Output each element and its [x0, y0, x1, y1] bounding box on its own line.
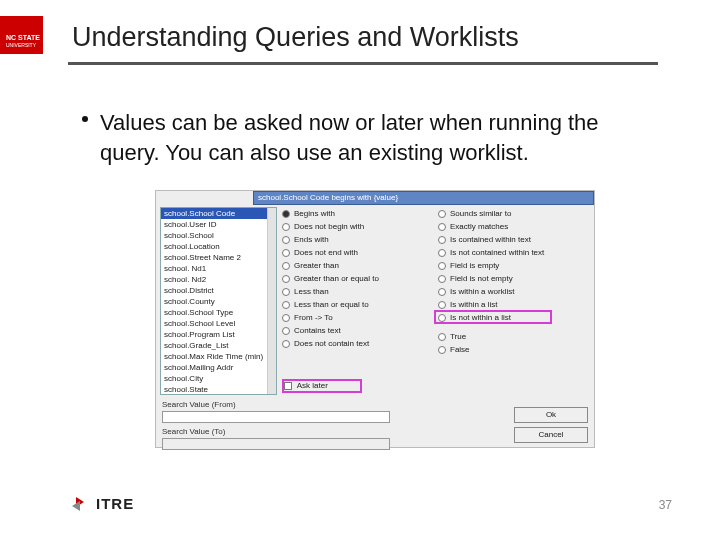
ncstate-top: NC STATE [6, 34, 40, 41]
radio-option[interactable]: Greater than or equal to [282, 272, 432, 285]
radio-label: True [450, 332, 466, 341]
condition-bar: school.School Code begins with {value} [253, 191, 594, 205]
radio-icon [282, 210, 290, 218]
footer-itre: ITRE [72, 494, 134, 512]
list-item[interactable]: school.Program List [161, 329, 276, 340]
radio-label: Sounds similar to [450, 209, 511, 218]
list-item[interactable]: school.Grade_List [161, 340, 276, 351]
ncstate-bottom: UNIVERSITY [6, 43, 36, 48]
bullet-text: Values can be asked now or later when ru… [100, 108, 660, 167]
list-item[interactable]: school. Nd2 [161, 274, 276, 285]
radio-icon [438, 262, 446, 270]
radio-option[interactable]: Does not begin with [282, 220, 432, 233]
search-from-label: Search Value (From) [162, 400, 236, 409]
radio-icon [282, 327, 290, 335]
list-item[interactable]: school.School Type [161, 307, 276, 318]
bullet-dot-icon [82, 116, 88, 122]
ask-later-checkbox[interactable] [284, 382, 292, 390]
list-item[interactable]: school.School [161, 230, 276, 241]
radio-icon [438, 346, 446, 354]
radio-label: Is not contained within text [450, 248, 544, 257]
radio-icon [438, 301, 446, 309]
cancel-button[interactable]: Cancel [514, 427, 588, 443]
itre-logo-icon [72, 494, 90, 512]
radio-label: Ends with [294, 235, 329, 244]
radio-label: Less than or equal to [294, 300, 369, 309]
ncstate-logo-block: NC STATE UNIVERSITY [0, 16, 43, 54]
slide-title: Understanding Queries and Worklists [72, 22, 519, 53]
radio-option[interactable]: Is within a worklist [438, 285, 588, 298]
radio-option[interactable]: Field is empty [438, 259, 588, 272]
radio-label: False [450, 345, 470, 354]
radio-label: From -> To [294, 313, 333, 322]
radio-icon [282, 288, 290, 296]
radio-option[interactable]: True [438, 330, 588, 343]
radio-icon [438, 210, 446, 218]
radio-icon [438, 288, 446, 296]
radio-option[interactable]: Greater than [282, 259, 432, 272]
search-to-input [162, 438, 390, 450]
radio-option[interactable]: Does not end with [282, 246, 432, 259]
radio-label: Does not end with [294, 248, 358, 257]
list-item[interactable]: school.School Level [161, 318, 276, 329]
radio-icon [438, 333, 446, 341]
radio-option[interactable]: Less than [282, 285, 432, 298]
list-item[interactable]: school.Street Name 2 [161, 252, 276, 263]
list-item[interactable]: school.City [161, 373, 276, 384]
field-listbox[interactable]: school.School Code school.User ID school… [160, 207, 277, 395]
radio-label: Is within a worklist [450, 287, 514, 296]
radio-option[interactable]: Ends with [282, 233, 432, 246]
radio-option[interactable]: Exactly matches [438, 220, 588, 233]
radio-icon [282, 340, 290, 348]
screenshot-panel: school.School Code begins with {value} s… [155, 190, 595, 448]
list-item[interactable]: school.School Code [161, 208, 276, 219]
list-item[interactable]: school.County [161, 296, 276, 307]
list-item[interactable]: school.User ID [161, 219, 276, 230]
radio-label: Contains text [294, 326, 341, 335]
radio-option[interactable]: Contains text [282, 324, 432, 337]
radio-icon [438, 223, 446, 231]
page-number: 37 [659, 498, 672, 512]
radio-option[interactable]: Less than or equal to [282, 298, 432, 311]
radio-label: Begins with [294, 209, 335, 218]
radio-option[interactable]: False [438, 343, 588, 356]
radio-option[interactable]: From -> To [282, 311, 432, 324]
highlight-worklist [434, 310, 552, 324]
itre-text: ITRE [96, 495, 134, 512]
radio-label: Does not contain text [294, 339, 369, 348]
radio-option[interactable]: Does not contain text [282, 337, 432, 350]
list-item[interactable]: school.State [161, 384, 276, 395]
radio-label: Greater than [294, 261, 339, 270]
radio-option[interactable]: Field is not empty [438, 272, 588, 285]
list-item[interactable]: school.Max Ride Time (min) [161, 351, 276, 362]
radio-option[interactable]: Begins with [282, 207, 432, 220]
scrollbar[interactable] [267, 208, 276, 394]
radio-icon [282, 275, 290, 283]
list-item[interactable]: school. Nd1 [161, 263, 276, 274]
radio-icon [438, 236, 446, 244]
ask-later-label: Ask later [297, 381, 328, 390]
radio-label: Field is not empty [450, 274, 513, 283]
radio-option[interactable]: Is not contained within text [438, 246, 588, 259]
list-item[interactable]: school.District [161, 285, 276, 296]
radio-icon [282, 223, 290, 231]
radio-option[interactable]: Is contained within text [438, 233, 588, 246]
radio-icon [282, 249, 290, 257]
radio-option[interactable]: Sounds similar to [438, 207, 588, 220]
radio-label: Is within a list [450, 300, 498, 309]
radio-icon [282, 262, 290, 270]
highlight-ask-later: Ask later [282, 379, 362, 393]
radio-label: Greater than or equal to [294, 274, 379, 283]
radio-icon [438, 249, 446, 257]
title-rule [68, 62, 658, 65]
list-item[interactable]: school.Location [161, 241, 276, 252]
radio-label: Does not begin with [294, 222, 364, 231]
search-to-label: Search Value (To) [162, 427, 225, 436]
radio-icon [282, 301, 290, 309]
search-from-input[interactable] [162, 411, 390, 423]
radio-label: Less than [294, 287, 329, 296]
radio-label: Field is empty [450, 261, 499, 270]
ok-button[interactable]: Ok [514, 407, 588, 423]
list-item[interactable]: school.Mailing Addr [161, 362, 276, 373]
radio-icon [438, 275, 446, 283]
